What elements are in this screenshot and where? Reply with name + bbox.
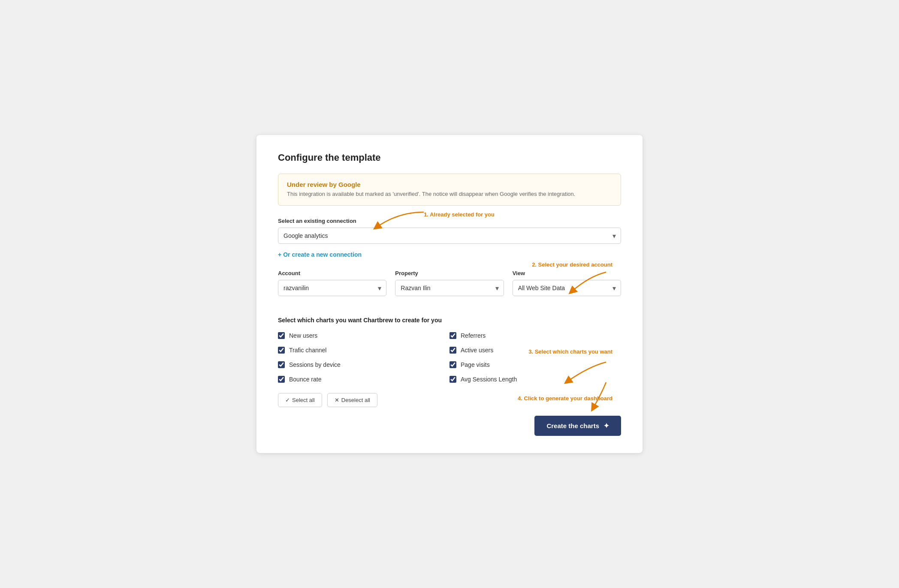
connection-select[interactable]: Google analytics: [278, 228, 621, 244]
create-charts-button[interactable]: Create the charts ✦: [534, 416, 621, 436]
view-label: View: [513, 270, 621, 276]
connection-label: Select an existing connection: [278, 218, 621, 224]
plus-icon: +: [278, 251, 281, 258]
chart-label-page-visits: Page visits: [461, 361, 490, 368]
charts-section-label: Select which charts you want Chartbrew t…: [278, 317, 621, 324]
chart-checkbox-sessions-device[interactable]: [278, 361, 285, 368]
chart-label-active-users: Active users: [461, 347, 493, 354]
chart-item-sessions-device: Sessions by device: [278, 361, 450, 368]
chart-checkbox-avg-sessions[interactable]: [450, 376, 456, 383]
chart-label-new-users: New users: [289, 332, 317, 339]
charts-left-col: New usersTrafic channelSessions by devic…: [278, 332, 450, 383]
account-label: Account: [278, 270, 386, 276]
x-icon: ✕: [335, 397, 339, 403]
chart-label-trafic-channel: Trafic channel: [289, 347, 326, 354]
property-select[interactable]: Razvan Ilin: [395, 280, 504, 296]
property-field: Property Razvan Ilin: [395, 270, 504, 303]
view-field: View All Web Site Data: [513, 270, 621, 303]
chart-label-sessions-device: Sessions by device: [289, 361, 341, 368]
property-label: Property: [395, 270, 504, 276]
account-field: Account razvanilin: [278, 270, 386, 303]
view-select[interactable]: All Web Site Data: [513, 280, 621, 296]
chart-checkbox-bounce-rate[interactable]: [278, 376, 285, 383]
footer-row: Create the charts ✦: [278, 416, 621, 436]
chart-checkbox-page-visits[interactable]: [450, 361, 456, 368]
charts-grid: New usersTrafic channelSessions by devic…: [278, 332, 621, 383]
chart-label-avg-sessions: Avg Sessions Length: [461, 376, 517, 383]
step2-annotation: 2. Select your desired account: [532, 261, 612, 268]
chart-actions-row: ✓ Select all ✕ Deselect all: [278, 393, 621, 407]
new-connection-link[interactable]: + Or create a new connection: [278, 251, 362, 258]
chart-item-trafic-channel: Trafic channel: [278, 347, 450, 354]
check-icon: ✓: [285, 397, 290, 403]
chart-item-active-users: Active users: [450, 347, 621, 354]
connection-select-wrapper: Google analytics: [278, 228, 621, 244]
chart-item-new-users: New users: [278, 332, 450, 339]
chart-label-bounce-rate: Bounce rate: [289, 376, 322, 383]
deselect-all-button[interactable]: ✕ Deselect all: [327, 393, 377, 407]
page-title: Configure the template: [278, 152, 621, 163]
notice-box: Under review by Google This integration …: [278, 174, 621, 206]
chart-checkbox-active-users[interactable]: [450, 347, 456, 354]
select-all-button[interactable]: ✓ Select all: [278, 393, 322, 407]
chart-label-referrers: Referrers: [461, 332, 486, 339]
account-select[interactable]: razvanilin: [278, 280, 386, 296]
chart-item-bounce-rate: Bounce rate: [278, 376, 450, 383]
notice-title: Under review by Google: [287, 181, 612, 188]
charts-right-col: ReferrersActive usersPage visitsAvg Sess…: [450, 332, 621, 383]
account-property-view-row: Account razvanilin Property Razvan Ilin …: [278, 270, 621, 303]
wand-icon: ✦: [603, 422, 609, 430]
chart-checkbox-trafic-channel[interactable]: [278, 347, 285, 354]
step1-annotation: 1. Already selected for you: [424, 211, 495, 218]
notice-text: This integration is available but marked…: [287, 190, 612, 198]
chart-checkbox-referrers[interactable]: [450, 332, 456, 339]
chart-checkbox-new-users[interactable]: [278, 332, 285, 339]
chart-item-page-visits: Page visits: [450, 361, 621, 368]
chart-item-referrers: Referrers: [450, 332, 621, 339]
chart-item-avg-sessions: Avg Sessions Length: [450, 376, 621, 383]
